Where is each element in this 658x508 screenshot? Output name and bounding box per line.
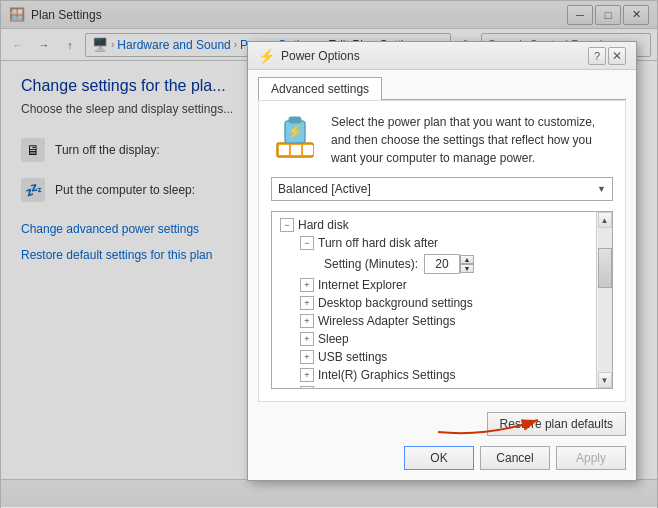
dialog-power-icon: ⚡: [258, 48, 275, 64]
apply-button[interactable]: Apply: [556, 446, 626, 470]
ie-expand-icon[interactable]: +: [300, 278, 314, 292]
dropdown-arrow-icon: ▼: [597, 184, 606, 194]
setting-minutes-label: Setting (Minutes):: [324, 257, 418, 271]
dialog-close-button[interactable]: ✕: [608, 47, 626, 65]
desktop-label: Desktop background settings: [318, 296, 473, 310]
plan-dropdown-value: Balanced [Active]: [278, 182, 371, 196]
tree-item-wireless[interactable]: + Wireless Adapter Settings: [292, 312, 612, 330]
turnoff-label: Turn off hard disk after: [318, 236, 438, 250]
tree-item-ie[interactable]: + Internet Explorer: [292, 276, 612, 294]
dialog-help-button[interactable]: ?: [588, 47, 606, 65]
sleep-label: Sleep: [318, 332, 349, 346]
tree-item-usb[interactable]: + USB settings: [292, 348, 612, 366]
setting-minutes-value[interactable]: 20: [424, 254, 460, 274]
tree-item-harddisk[interactable]: − Hard disk: [272, 216, 612, 234]
harddisk-label: Hard disk: [298, 218, 349, 232]
dialog-info-text: Select the power plan that you want to c…: [331, 113, 613, 167]
tree-item-powerbtn[interactable]: + Power buttons and lid: [292, 384, 612, 389]
powerbtn-expand-icon[interactable]: +: [300, 386, 314, 389]
intel-label: Intel(R) Graphics Settings: [318, 368, 455, 382]
tree-item-intel[interactable]: + Intel(R) Graphics Settings: [292, 366, 612, 384]
svg-rect-1: [279, 145, 289, 155]
dialog-title-left: ⚡ Power Options: [258, 48, 360, 64]
tree-item-desktop[interactable]: + Desktop background settings: [292, 294, 612, 312]
dialog-title-text: Power Options: [281, 49, 360, 63]
tree-setting-row: Setting (Minutes): 20 ▲ ▼: [272, 252, 612, 276]
powerbtn-label: Power buttons and lid: [318, 386, 433, 389]
scroll-track[interactable]: [598, 228, 612, 372]
tree-item-turnoff[interactable]: − Turn off hard disk after: [292, 234, 612, 252]
sleep-expand-icon[interactable]: +: [300, 332, 314, 346]
tree-item-sleep[interactable]: + Sleep: [292, 330, 612, 348]
turnoff-expand-icon[interactable]: −: [300, 236, 314, 250]
dialog-overlay: ⚡ Power Options ? ✕ Advanced settings: [1, 1, 657, 507]
usb-label: USB settings: [318, 350, 387, 364]
svg-rect-3: [303, 145, 313, 155]
tree-scrollbar[interactable]: ▲ ▼: [596, 212, 612, 388]
main-window: 🪟 Plan Settings ─ □ ✕ ← → ↑ 🖥️ › Hardwar…: [0, 0, 658, 508]
advanced-settings-tab[interactable]: Advanced settings: [258, 77, 382, 100]
tree-content: − Hard disk − Turn off hard disk after S…: [272, 212, 612, 389]
dialog-title-controls: ? ✕: [588, 47, 626, 65]
svg-rect-2: [291, 145, 301, 155]
spinner-down-button[interactable]: ▼: [460, 264, 474, 273]
ie-label: Internet Explorer: [318, 278, 407, 292]
dialog-title-bar: ⚡ Power Options ? ✕: [248, 42, 636, 70]
ok-button[interactable]: OK: [404, 446, 474, 470]
desktop-expand-icon[interactable]: +: [300, 296, 314, 310]
usb-expand-icon[interactable]: +: [300, 350, 314, 364]
spinner-up-button[interactable]: ▲: [460, 255, 474, 264]
scroll-down-button[interactable]: ▼: [598, 372, 612, 388]
restore-arrow-annotation: [428, 402, 548, 438]
setting-spinner: ▲ ▼: [460, 255, 474, 273]
intel-expand-icon[interactable]: +: [300, 368, 314, 382]
harddisk-expand-icon[interactable]: −: [280, 218, 294, 232]
tree-container: − Hard disk − Turn off hard disk after S…: [271, 211, 613, 389]
power-icon-large: ⚡: [271, 113, 319, 161]
dialog-tabs: Advanced settings: [248, 70, 636, 99]
scroll-thumb[interactable]: [598, 248, 612, 288]
wireless-expand-icon[interactable]: +: [300, 314, 314, 328]
svg-rect-5: [289, 117, 301, 123]
dialog-info-row: ⚡ Select the power plan that you want to…: [271, 113, 613, 167]
svg-text:⚡: ⚡: [287, 123, 304, 140]
dialog-footer: OK Cancel Apply: [248, 440, 636, 480]
dialog-content: ⚡ Select the power plan that you want to…: [258, 100, 626, 402]
scroll-up-button[interactable]: ▲: [598, 212, 612, 228]
wireless-label: Wireless Adapter Settings: [318, 314, 455, 328]
cancel-button[interactable]: Cancel: [480, 446, 550, 470]
plan-dropdown[interactable]: Balanced [Active] ▼: [271, 177, 613, 201]
power-options-dialog: ⚡ Power Options ? ✕ Advanced settings: [247, 41, 637, 481]
